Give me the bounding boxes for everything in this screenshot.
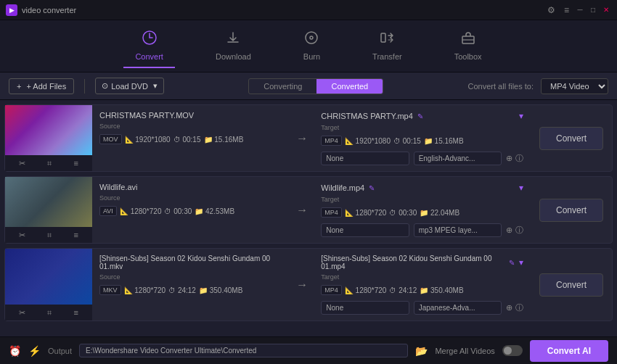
convert-all-label: Convert all files to: — [468, 82, 534, 91]
output-label: Output — [48, 347, 72, 355]
thumbnail-3: ✂ ⌗ ≡ — [5, 249, 92, 320]
svg-point-2 — [310, 36, 313, 39]
file-list: ✂ ⌗ ≡ CHRISTMAS PARTY.MOV Source MOV 📐 1… — [0, 100, 617, 336]
svg-point-1 — [306, 32, 317, 44]
menu-icon[interactable]: ≡ — [561, 4, 572, 17]
transfer-nav-icon — [379, 30, 395, 49]
folder-icon[interactable]: 📂 — [415, 345, 428, 357]
convert-button-1[interactable]: Convert — [539, 127, 603, 150]
source-info-3: [Shinsen-Subs] Season 02 Kidou Senshi Gu… — [92, 249, 290, 320]
converted-tab[interactable]: Converted — [316, 79, 383, 94]
target-format-3: MP4 — [321, 285, 342, 295]
thumb-controls-1: ✂ ⌗ ≡ — [5, 155, 92, 171]
audio-preset-1[interactable]: None — [321, 152, 409, 165]
disc-icon: ⊙ — [102, 81, 108, 91]
flash-icon[interactable]: ⚡ — [28, 345, 41, 357]
titlebar-controls: ⚙ ≡ ─ □ ✕ — [544, 4, 611, 17]
effects-icon-2[interactable]: ≡ — [73, 231, 78, 239]
close-button[interactable]: ✕ — [601, 5, 611, 15]
thumb-controls-2: ✂ ⌗ ≡ — [5, 227, 92, 243]
source-info-1: CHRISTMAS PARTY.MOV Source MOV 📐 1920*10… — [92, 105, 290, 171]
thumb-controls-3: ✂ ⌗ ≡ — [5, 305, 92, 320]
audio-preset-2[interactable]: None — [321, 223, 409, 237]
output-path-input[interactable] — [79, 344, 408, 357]
source-format-3: MKV — [99, 285, 121, 295]
target-area-3: [Shinsen-Subs] Season 02 Kidou Senshi Gu… — [314, 249, 531, 320]
toolbox-nav-icon — [460, 30, 476, 49]
audio-preset-3[interactable]: None — [321, 301, 409, 315]
nav-toolbox[interactable]: Toolbox — [443, 24, 494, 68]
target-meta-1: MP4 📐 1920*1080 ⏱ 00:15 📁 15.16MB — [321, 136, 523, 146]
subtitle-icon[interactable]: ⌗ — [47, 159, 52, 168]
thumb-preview-1 — [5, 105, 92, 155]
table-row: ✂ ⌗ ≡ Wildlife.avi Source AVI 📐 1280*720… — [4, 176, 613, 244]
info-icon-3[interactable]: ⓘ — [515, 302, 523, 313]
subtitle-preset-3[interactable]: Japanese-Adva... — [414, 301, 502, 315]
settings-icon[interactable]: ⚙ — [544, 4, 558, 17]
plus-preset-icon-1[interactable]: ⊕ — [506, 154, 512, 163]
target-filename-2: Wildlife.mp4 — [321, 183, 364, 192]
navbar: Convert Download Burn Transfer — [0, 20, 617, 73]
convert-nav-label: Convert — [135, 52, 163, 61]
minimize-button[interactable]: ─ — [575, 5, 585, 15]
divider — [84, 79, 85, 94]
convert-nav-icon — [142, 30, 158, 49]
source-filename-2: Wildlife.avi — [99, 183, 283, 191]
convert-button-2[interactable]: Convert — [539, 199, 603, 222]
titlebar-left: ▶ video converter — [6, 4, 76, 16]
expand-icon-1[interactable]: ▾ — [519, 111, 523, 121]
subtitle-preset-2[interactable]: mp3 MPEG laye... — [414, 223, 502, 237]
source-meta-3: MKV 📐 1280*720 ⏱ 24:12 📁 350.40MB — [99, 285, 283, 295]
effects-icon[interactable]: ≡ — [73, 159, 78, 167]
plus-icon: + — [17, 82, 21, 91]
source-format-1: MOV — [99, 134, 122, 144]
cut-icon[interactable]: ✂ — [19, 159, 25, 168]
expand-icon-3[interactable]: ▾ — [519, 257, 523, 268]
convert-button-3[interactable]: Convert — [539, 273, 603, 297]
convert-all-button[interactable]: Convert AI — [530, 340, 608, 362]
burn-nav-label: Burn — [303, 52, 320, 61]
merge-toggle[interactable] — [502, 345, 523, 356]
add-files-button[interactable]: + + Add Files — [9, 78, 74, 94]
thumb-preview-2 — [5, 177, 92, 227]
format-select[interactable]: MP4 Video AVI Video MKV Video — [541, 78, 608, 94]
arrow-3: → — [290, 249, 314, 320]
edit-icon-3[interactable]: ✎ — [509, 259, 515, 267]
info-icon-1[interactable]: ⓘ — [515, 153, 523, 164]
clock-icon[interactable]: ⏰ — [9, 345, 21, 357]
plus-preset-icon-2[interactable]: ⊕ — [506, 226, 512, 235]
source-res-1: 📐 1920*1080 — [125, 136, 171, 144]
target-filename-1: CHRISTMAS PARTY.mp4 — [321, 112, 413, 120]
source-format-2: AVI — [99, 206, 117, 216]
edit-icon-2[interactable]: ✎ — [369, 184, 375, 192]
source-filename-1: CHRISTMAS PARTY.MOV — [99, 111, 283, 120]
maximize-button[interactable]: □ — [588, 5, 598, 15]
plus-preset-icon-3[interactable]: ⊕ — [506, 303, 512, 313]
converting-tab[interactable]: Converting — [249, 79, 316, 94]
subtitle-icon-3[interactable]: ⌗ — [47, 308, 52, 318]
bottombar: ⏰ ⚡ Output 📂 Merge All Videos Convert AI — [0, 336, 617, 364]
thumb-preview-3 — [5, 249, 92, 305]
app-logo: ▶ — [6, 4, 17, 16]
subtitle-preset-1[interactable]: English-Advanc... — [414, 152, 502, 165]
nav-convert[interactable]: Convert — [123, 24, 175, 68]
expand-icon-2[interactable]: ▾ — [519, 183, 523, 193]
nav-transfer[interactable]: Transfer — [361, 24, 414, 68]
edit-icon-1[interactable]: ✎ — [417, 112, 423, 120]
subtitle-icon-2[interactable]: ⌗ — [47, 231, 52, 240]
target-format-1: MP4 — [321, 136, 342, 146]
nav-burn[interactable]: Burn — [292, 24, 332, 68]
source-info-2: Wildlife.avi Source AVI 📐 1280*720 ⏱ 00:… — [92, 177, 290, 243]
transfer-nav-label: Transfer — [372, 52, 402, 61]
arrow-2: → — [290, 177, 314, 243]
info-icon-2[interactable]: ⓘ — [515, 225, 523, 236]
load-dvd-button[interactable]: ⊙ Load DVD ▾ — [95, 78, 164, 94]
effects-icon-3[interactable]: ≡ — [73, 308, 78, 317]
nav-download[interactable]: Download — [204, 24, 263, 68]
convert-btn-area-1: Convert — [531, 105, 612, 171]
target-format-2: MP4 — [321, 207, 342, 218]
source-meta-1: MOV 📐 1920*1080 ⏱ 00:15 📁 15.16MB — [99, 134, 283, 144]
conversion-tabs: Converting Converted — [248, 78, 383, 94]
cut-icon-2[interactable]: ✂ — [19, 231, 25, 240]
cut-icon-3[interactable]: ✂ — [19, 308, 25, 318]
